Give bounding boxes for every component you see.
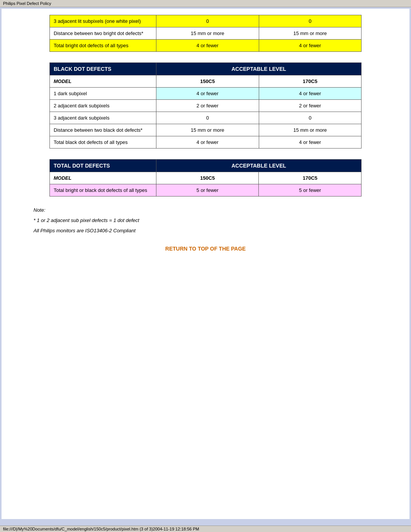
black-dot-table: BLACK DOT DEFECTS ACCEPTABLE LEVEL MODEL… bbox=[49, 62, 362, 149]
row-label: 3 adjacent dark subpixels bbox=[50, 112, 156, 124]
row-col2: 2 or fewer bbox=[259, 100, 362, 112]
row-label: 1 dark subpixel bbox=[50, 88, 156, 100]
table-row: 3 adjacent lit subpixels (one white pixe… bbox=[50, 15, 362, 27]
return-to-top-link[interactable]: RETURN TO TOP OF THE PAGE bbox=[165, 246, 245, 252]
col2-label: 170C5 bbox=[259, 75, 362, 88]
row-label: 2 adjacent dark subpixels bbox=[50, 100, 156, 112]
row-col2: 5 or fewer bbox=[259, 184, 362, 197]
table-row: Total bright or black dot defects of all… bbox=[50, 184, 362, 197]
total-dot-section: TOTAL DOT DEFECTS ACCEPTABLE LEVEL MODEL… bbox=[11, 159, 400, 197]
model-row: MODEL 150C5 170C5 bbox=[50, 75, 362, 88]
top-table: 3 adjacent lit subpixels (one white pixe… bbox=[49, 15, 362, 52]
note-label: Note: bbox=[33, 207, 400, 213]
row-col2: 0 bbox=[259, 112, 362, 124]
row-col2: 15 mm or more bbox=[259, 27, 362, 40]
row-col1: 0 bbox=[156, 112, 259, 124]
top-table-section: 3 adjacent lit subpixels (one white pixe… bbox=[11, 15, 400, 52]
note-section: Note: * 1 or 2 adjacent sub pixel defect… bbox=[33, 207, 400, 233]
model-label: MODEL bbox=[50, 75, 156, 88]
row-label: Total black dot defects of all types bbox=[50, 136, 156, 149]
row-col1: 4 or fewer bbox=[156, 88, 259, 100]
note1: * 1 or 2 adjacent sub pixel defects = 1 … bbox=[33, 217, 400, 223]
header-row: TOTAL DOT DEFECTS ACCEPTABLE LEVEL bbox=[50, 160, 362, 172]
row-col2: 4 or fewer bbox=[259, 136, 362, 149]
row-col2: 4 or fewer bbox=[259, 40, 362, 52]
row-col1: 15 mm or more bbox=[156, 27, 259, 40]
table-row: Total bright dot defects of all types 4 … bbox=[50, 40, 362, 52]
row-col1: 5 or fewer bbox=[156, 184, 259, 197]
row-col2: 0 bbox=[259, 15, 362, 27]
title-text: Philips Pixel Defect Policy bbox=[3, 1, 51, 6]
header-row: BLACK DOT DEFECTS ACCEPTABLE LEVEL bbox=[50, 63, 362, 75]
col1-label2: 150C5 bbox=[156, 172, 259, 184]
total-dot-table: TOTAL DOT DEFECTS ACCEPTABLE LEVEL MODEL… bbox=[49, 159, 362, 197]
black-dot-section: BLACK DOT DEFECTS ACCEPTABLE LEVEL MODEL… bbox=[11, 62, 400, 149]
table-row: Distance between two black dot defects* … bbox=[50, 124, 362, 136]
row-col1: 4 or fewer bbox=[156, 40, 259, 52]
row-col1: 0 bbox=[156, 15, 259, 27]
title-bar: Philips Pixel Defect Policy bbox=[0, 0, 411, 7]
model-row: MODEL 150C5 170C5 bbox=[50, 172, 362, 184]
row-label: Total bright or black dot defects of all… bbox=[50, 184, 156, 197]
model-label2: MODEL bbox=[50, 172, 156, 184]
return-link-section: RETURN TO TOP OF THE PAGE bbox=[11, 246, 400, 252]
row-col1: 4 or fewer bbox=[156, 136, 259, 149]
col1-label: 150C5 bbox=[156, 75, 259, 88]
table-row: 3 adjacent dark subpixels 0 0 bbox=[50, 112, 362, 124]
row-label: Total bright dot defects of all types bbox=[50, 40, 156, 52]
row-label: Distance between two bright dot defects* bbox=[50, 27, 156, 40]
row-col2: 4 or fewer bbox=[259, 88, 362, 100]
total-dot-header: TOTAL DOT DEFECTS bbox=[50, 160, 156, 172]
table-row: Distance between two bright dot defects*… bbox=[50, 27, 362, 40]
acceptable-level-header: ACCEPTABLE LEVEL bbox=[156, 63, 362, 75]
col2-label2: 170C5 bbox=[259, 172, 362, 184]
main-content: 3 adjacent lit subpixels (one white pixe… bbox=[2, 9, 409, 519]
acceptable-level-header2: ACCEPTABLE LEVEL bbox=[156, 160, 362, 172]
table-row: 2 adjacent dark subpixels 2 or fewer 2 o… bbox=[50, 100, 362, 112]
row-label: 3 adjacent lit subpixels (one white pixe… bbox=[50, 15, 156, 27]
note2: All Philips monitors are ISO13406-2 Comp… bbox=[33, 228, 400, 233]
row-col1: 15 mm or more bbox=[156, 124, 259, 136]
row-col2: 15 mm or more bbox=[259, 124, 362, 136]
black-dot-header: BLACK DOT DEFECTS bbox=[50, 63, 156, 75]
table-row: 1 dark subpixel 4 or fewer 4 or fewer bbox=[50, 88, 362, 100]
row-label: Distance between two black dot defects* bbox=[50, 124, 156, 136]
row-col1: 2 or fewer bbox=[156, 100, 259, 112]
table-row: Total black dot defects of all types 4 o… bbox=[50, 136, 362, 149]
